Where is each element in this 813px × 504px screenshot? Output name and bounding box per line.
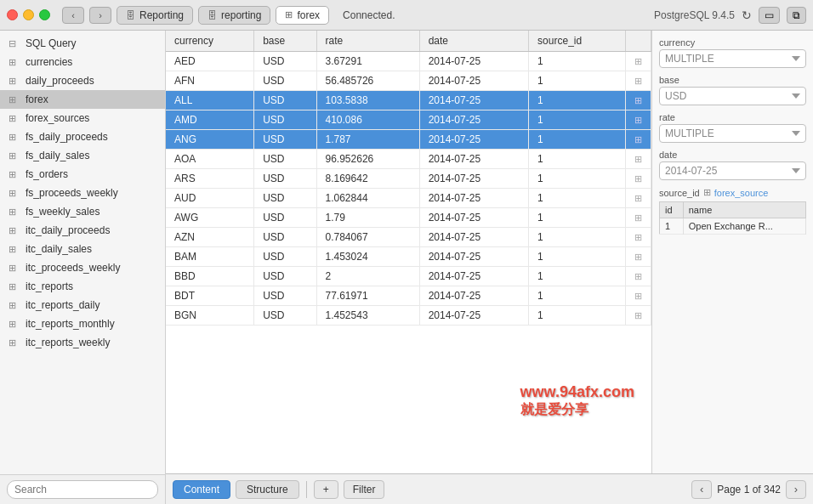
sidebar-item-currencies[interactable]: ⊞currencies (0, 53, 165, 71)
col-currency[interactable]: currency (166, 31, 254, 52)
col-date[interactable]: date (419, 31, 528, 52)
view-toggle-split[interactable]: ⧉ (787, 7, 806, 24)
cell-currency: AMD (166, 110, 254, 130)
sidebar-item-daily_proceeds[interactable]: ⊞daily_proceeds (0, 71, 165, 90)
sidebar-item-fs_proceeds_weekly[interactable]: ⊞fs_proceeds_weekly (0, 184, 165, 202)
sidebar-item-itc_reports_monthly[interactable]: ⊞itc_reports_monthly (0, 314, 165, 333)
cell-source-id: 1 (529, 130, 626, 150)
cell-base: USD (254, 306, 316, 326)
sidebar-item-fs_daily_proceeds[interactable]: ⊞fs_daily_proceeds (0, 127, 165, 146)
table-row[interactable]: AFN USD 56.485726 2014-07-25 1 ⊞ (166, 71, 651, 91)
sidebar-item-SQL Query[interactable]: ⊟SQL Query (0, 34, 165, 53)
back-button[interactable]: ‹ (62, 7, 84, 24)
table-row[interactable]: BDT USD 77.61971 2014-07-25 1 ⊞ (166, 286, 651, 306)
sidebar-item-label: fs_proceeds_weekly (26, 187, 118, 199)
sidebar-item-label: itc_reports_weekly (26, 337, 110, 348)
data-table-container[interactable]: currency base rate date source_id AED US… (166, 31, 651, 473)
source-id-label: source_id (659, 188, 700, 198)
col-rate[interactable]: rate (316, 31, 419, 52)
sidebar-item-itc_daily_proceeds[interactable]: ⊞itc_daily_proceeds (0, 221, 165, 240)
date-filter-label: date (659, 150, 806, 160)
col-base[interactable]: base (254, 31, 316, 52)
base-select[interactable]: USD (659, 87, 806, 105)
cell-base: USD (254, 267, 316, 286)
tab-forex[interactable]: ⊞ forex (276, 6, 329, 25)
cell-rate: 8.169642 (316, 169, 419, 189)
tab-content[interactable]: Content (173, 480, 230, 499)
sidebar-item-fs_daily_sales[interactable]: ⊞fs_daily_sales (0, 146, 165, 165)
table-row[interactable]: BBD USD 2 2014-07-25 1 ⊞ (166, 267, 651, 286)
sidebar-item-label: itc_daily_sales (26, 243, 92, 255)
tab-reporting-db[interactable]: 🗄 reporting (198, 6, 270, 25)
forward-button[interactable]: › (89, 7, 111, 24)
page-prev-button[interactable]: ‹ (691, 480, 712, 499)
table-row[interactable]: ALL USD 103.5838 2014-07-25 1 ⊞ (166, 91, 651, 110)
sidebar-item-label: forex_sources (26, 112, 89, 124)
table-body: AED USD 3.67291 2014-07-25 1 ⊞ AFN USD 5… (166, 52, 651, 326)
sidebar-item-label: itc_reports_monthly (26, 318, 115, 330)
search-input[interactable] (7, 480, 158, 499)
sidebar: ⊟SQL Query⊞currencies⊞daily_proceeds⊞for… (0, 31, 166, 504)
tab-structure[interactable]: Structure (236, 480, 299, 499)
cell-date: 2014-07-25 (419, 91, 528, 110)
cell-currency: AZN (166, 228, 254, 247)
sidebar-item-icon: ⊞ (9, 57, 20, 68)
minimize-button[interactable] (23, 9, 34, 20)
cell-source-id: 1 (529, 306, 626, 326)
sidebar-item-itc_proceeds_weekly[interactable]: ⊞itc_proceeds_weekly (0, 258, 165, 277)
sidebar-item-forex_sources[interactable]: ⊞forex_sources (0, 109, 165, 127)
sidebar-item-itc_daily_sales[interactable]: ⊞itc_daily_sales (0, 240, 165, 258)
sidebar-item-itc_reports_daily[interactable]: ⊞itc_reports_daily (0, 296, 165, 314)
cell-date: 2014-07-25 (419, 71, 528, 91)
table-row[interactable]: AMD USD 410.086 2014-07-25 1 ⊞ (166, 110, 651, 130)
page-next-button[interactable]: › (786, 480, 806, 499)
cell-currency: AWG (166, 208, 254, 228)
fk-table-name[interactable]: forex_source (714, 188, 769, 198)
tab-reporting[interactable]: 🗄 Reporting (117, 6, 193, 25)
currency-select[interactable]: MULTIPLE (659, 49, 806, 68)
table-row[interactable]: BGN USD 1.452543 2014-07-25 1 ⊞ (166, 306, 651, 326)
cell-source-id: 1 (529, 189, 626, 208)
tab-forex-label: forex (297, 9, 320, 21)
sidebar-item-icon: ⊞ (9, 76, 20, 87)
table-row[interactable]: AOA USD 96.952626 2014-07-25 1 ⊞ (166, 150, 651, 169)
cell-rate: 56.485726 (316, 71, 419, 91)
sidebar-item-icon: ⊞ (9, 337, 20, 348)
cell-date: 2014-07-25 (419, 228, 528, 247)
sidebar-list: ⊟SQL Query⊞currencies⊞daily_proceeds⊞for… (0, 31, 165, 474)
sidebar-item-icon: ⊞ (9, 132, 20, 143)
table-row[interactable]: AZN USD 0.784067 2014-07-25 1 ⊞ (166, 228, 651, 247)
pagination: ‹ Page 1 of 342 › (691, 480, 806, 499)
view-toggle-single[interactable]: ▭ (759, 7, 780, 24)
cell-base: USD (254, 169, 316, 189)
refresh-button[interactable]: ↻ (742, 8, 752, 22)
sidebar-item-fs_weekly_sales[interactable]: ⊞fs_weekly_sales (0, 202, 165, 221)
cell-base: USD (254, 130, 316, 150)
date-select[interactable]: 2014-07-25 (659, 161, 806, 180)
close-button[interactable] (7, 9, 18, 20)
maximize-button[interactable] (39, 9, 50, 20)
col-source-id[interactable]: source_id (529, 31, 626, 52)
cell-source-id: 1 (529, 228, 626, 247)
cell-rate: 103.5838 (316, 91, 419, 110)
titlebar-right: PostgreSQL 9.4.5 ↻ ▭ ⧉ (654, 7, 806, 24)
table-row[interactable]: ANG USD 1.787 2014-07-25 1 ⊞ (166, 130, 651, 150)
sidebar-item-label: itc_reports_daily (26, 299, 99, 311)
table-row[interactable]: AED USD 3.67291 2014-07-25 1 ⊞ (166, 52, 651, 71)
sidebar-search-container (0, 474, 165, 504)
sidebar-item-fs_orders[interactable]: ⊞fs_orders (0, 165, 165, 184)
cell-source-id: 1 (529, 267, 626, 286)
cell-currency: BDT (166, 286, 254, 306)
filter-button[interactable]: Filter (344, 480, 385, 499)
table-row[interactable]: ARS USD 8.169642 2014-07-25 1 ⊞ (166, 169, 651, 189)
table-row[interactable]: AWG USD 1.79 2014-07-25 1 ⊞ (166, 208, 651, 228)
sidebar-item-itc_reports_weekly[interactable]: ⊞itc_reports_weekly (0, 333, 165, 352)
sidebar-item-forex[interactable]: ⊞forex (0, 90, 165, 109)
table-row[interactable]: AUD USD 1.062844 2014-07-25 1 ⊞ (166, 189, 651, 208)
sidebar-item-itc_reports[interactable]: ⊞itc_reports (0, 277, 165, 296)
cell-base: USD (254, 247, 316, 267)
add-row-button[interactable]: + (314, 480, 338, 499)
rate-select[interactable]: MULTIPLE (659, 124, 806, 143)
content-area: currency base rate date source_id AED US… (166, 31, 813, 504)
table-row[interactable]: BAM USD 1.453024 2014-07-25 1 ⊞ (166, 247, 651, 267)
